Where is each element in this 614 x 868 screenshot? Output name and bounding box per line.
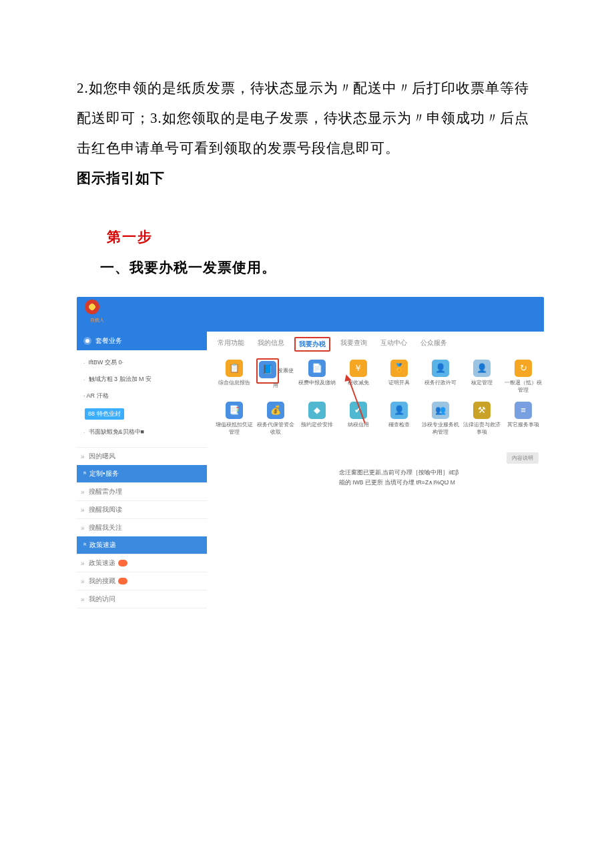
- sidebar-section-custom[interactable]: ᴿ 定制•服务: [77, 465, 207, 482]
- invoice-icon: 📘: [259, 361, 276, 378]
- icon-pro-service[interactable]: 👥涉税专业服务机构管理: [421, 402, 460, 436]
- icon-invoice-use[interactable]: 📘发票使用: [256, 360, 295, 394]
- icon-refund[interactable]: ↻一般退（抵）税管理: [504, 360, 543, 394]
- step-one-desc: 一、我要办税一发票使用。: [100, 258, 537, 277]
- icon-custody-fund[interactable]: 💰税务代保管资金收取: [256, 402, 295, 436]
- person-icon: 👤: [473, 360, 491, 377]
- icon-admin-permit[interactable]: 👤税务行政许可: [421, 360, 460, 394]
- sidebar-list-2-pre: » 因的曙风: [77, 447, 207, 465]
- icon-grid-row1: 📋综合信息报告 📘发票使用 📄税费申报及缴纳 ￥税收减免 🏅证明开具 👤税务行政…: [214, 354, 544, 396]
- notice-line: 念汪窗图已更新,当前可办理［按喻中用］iIEβ: [339, 468, 539, 478]
- coin-icon: ￥: [350, 360, 367, 377]
- sidebar-section-policy[interactable]: ᴿ 政策速递: [77, 536, 207, 554]
- gavel-icon: ⚒: [473, 402, 491, 419]
- sidebar-list-1: ·IftBW 交易 0· ·触域方粗 3 胎洽加 M 安 · AR 汗格 88 …: [77, 350, 207, 447]
- audit-person-icon: 👤: [390, 402, 408, 419]
- sidebar-item[interactable]: · AR 汗格: [77, 388, 207, 404]
- badge-chip: [118, 578, 127, 584]
- sidebar-item[interactable]: » 因的曙风: [77, 447, 207, 465]
- tab-public[interactable]: 公众服务: [420, 338, 447, 350]
- icon-other[interactable]: ≡其它服务事项: [504, 402, 543, 436]
- header-subtext: 自然人: [90, 317, 104, 324]
- sidebar-item[interactable]: » 政策速递: [77, 554, 207, 572]
- sidebar-item[interactable]: » 搜醒我阅读: [77, 500, 207, 518]
- icon-info-report[interactable]: 📋综合信息报告: [215, 360, 254, 394]
- policy-icon: ᴿ: [83, 542, 86, 549]
- sidebar-item[interactable]: » 我的搜藏: [77, 572, 207, 590]
- refund-icon: ↻: [515, 360, 532, 377]
- sidebar-header-label: 定制•服务: [89, 469, 119, 478]
- icon-legal[interactable]: ⚒法律追责与救济事项: [463, 402, 501, 436]
- icon-grid-row2: 📑增值税抵扣凭证管理 💰税务代保管资金收取 ◆预约定价安排 ✔纳税信用 👤稽查检…: [214, 396, 544, 438]
- sidebar-item[interactable]: ·触域方粗 3 胎洽加 M 安: [77, 371, 207, 388]
- person-icon: 👤: [432, 360, 449, 377]
- clipboard-icon: 📋: [226, 360, 243, 377]
- sidebar-item[interactable]: ·书面缺蝦免&贝格中■: [77, 424, 207, 440]
- sidebar-header-label: 政策速递: [89, 540, 116, 550]
- icon-cert-issue[interactable]: 🏅证明开具: [380, 360, 419, 394]
- sidebar-list-2: » 搜醒雷办埋 » 搜醒我阅读 » 搜醒我关注: [77, 482, 207, 536]
- tab-myinfo[interactable]: 我的信息: [258, 338, 284, 350]
- sidebar-list-3: » 政策速递 » 我的搜藏 » 我的访问: [77, 554, 207, 608]
- seal-icon: 🏅: [390, 360, 408, 377]
- notice-line: 能的 IWB 已更所 当填可办埋 tR≡Z∧I%QtJ M: [339, 478, 539, 488]
- sidebar-item[interactable]: » 搜醒雷办埋: [77, 482, 207, 500]
- tab-interact[interactable]: 互动中心: [380, 338, 407, 350]
- tab-query[interactable]: 我要查询: [340, 338, 367, 350]
- body-paragraph: 2.如您申领的是纸质发票，待状态显示为〃配送中〃后打印收票单等待配送即可；3.如…: [77, 73, 537, 163]
- group-icon: 👥: [432, 402, 449, 419]
- icon-approve-mgmt[interactable]: 👤核定管理: [463, 360, 501, 394]
- sidebar-item[interactable]: ·IftBW 交易 0·: [77, 354, 207, 371]
- declare-icon: 📄: [308, 360, 326, 377]
- sidebar-item[interactable]: 88 特色业封: [77, 404, 207, 424]
- icon-audit[interactable]: 👤稽查检查: [380, 402, 419, 436]
- notice-button[interactable]: 内容说明: [507, 452, 539, 464]
- person-icon: ᴿ: [83, 470, 86, 478]
- doc-icon: 📑: [226, 402, 243, 419]
- portal-header: 自然人: [77, 297, 544, 332]
- icon-tax-declare[interactable]: 📄税费申报及缴纳: [298, 360, 336, 394]
- notice-area: 内容说明 念汪窗图已更新,当前可办理［按喻中用］iIEβ 能的 IWB 已更所 …: [214, 438, 544, 492]
- tab-do-tax[interactable]: 我要办税: [294, 337, 330, 352]
- document-page: 2.如您申领的是纸质发票，待状态显示为〃配送中〃后打印收票单等待配送即可；3.如…: [0, 0, 614, 648]
- guide-heading: 图示指引如下: [77, 169, 537, 187]
- content-area: 常用功能 我的信息 我要办税 我要查询 互动中心 公众服务 📋综合信息报告 📘发…: [214, 332, 544, 608]
- tax-portal-screenshot: 自然人 套餐业务 ·IftBW 交易 0· ·触域方粗 3 胎洽加 M 安 · …: [77, 297, 544, 608]
- sidebar-item[interactable]: » 搜醒我关注: [77, 518, 207, 536]
- shield-icon: ◆: [308, 402, 326, 419]
- icon-apa[interactable]: ◆预约定价安排: [298, 402, 336, 436]
- emblem-icon: [85, 300, 99, 314]
- bag-icon: 💰: [267, 402, 284, 419]
- sidebar: 套餐业务 ·IftBW 交易 0· ·触域方粗 3 胎洽加 M 安 · AR 汗…: [77, 332, 207, 608]
- package-icon: [83, 337, 91, 345]
- sidebar-section-packages[interactable]: 套餐业务: [77, 332, 207, 350]
- badge-chip: [118, 560, 127, 566]
- sidebar-header-label: 套餐业务: [95, 336, 122, 346]
- tab-bar: 常用功能 我的信息 我要办税 我要查询 互动中心 公众服务: [214, 332, 544, 354]
- list-icon: ≡: [515, 402, 532, 419]
- step-one-label: 第一步: [107, 228, 537, 246]
- icon-vat-voucher[interactable]: 📑增值税抵扣凭证管理: [215, 402, 254, 436]
- sidebar-item[interactable]: » 我的访问: [77, 590, 207, 608]
- tab-common[interactable]: 常用功能: [218, 338, 244, 350]
